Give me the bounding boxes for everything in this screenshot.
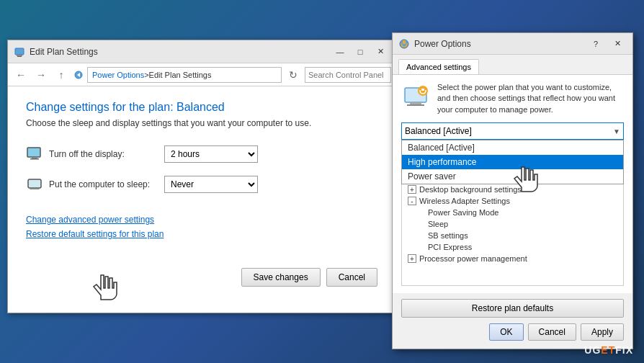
power-action-buttons: OK Cancel Apply xyxy=(401,323,624,341)
power-close-button[interactable]: ✕ xyxy=(608,36,627,52)
tree-item-sleep[interactable]: Sleep xyxy=(402,218,623,230)
sleep-icon xyxy=(26,176,43,193)
power-titlebar: Power Options ? ✕ xyxy=(393,33,632,55)
sleep-label: Put the computer to sleep: xyxy=(26,176,156,193)
plan-dropdown-list[interactable]: Balanced [Active] High performance Power… xyxy=(401,140,624,184)
display-label: Turn off the display: xyxy=(26,145,156,163)
bottom-buttons: Save changes Cancel xyxy=(26,268,377,287)
power-cancel-button[interactable]: Cancel xyxy=(528,323,576,341)
watermark-et: ET xyxy=(601,344,615,356)
processor-expand-icon[interactable]: + xyxy=(408,254,416,263)
wireless-expand-icon[interactable]: - xyxy=(408,197,416,205)
cancel-button[interactable]: Cancel xyxy=(326,268,377,287)
display-label-text: Turn off the display: xyxy=(49,149,125,159)
svg-rect-8 xyxy=(30,188,40,189)
display-setting-row: Turn off the display: 2 hours xyxy=(26,145,377,163)
back-button[interactable]: ← xyxy=(12,66,30,84)
plan-subtitle: Choose the sleep and display settings th… xyxy=(26,118,377,128)
power-customize-icon xyxy=(401,82,430,111)
pci-label: PCI Express xyxy=(428,243,472,251)
edit-plan-path: Edit Plan Settings xyxy=(149,71,212,79)
svg-rect-7 xyxy=(28,179,41,188)
power-options-link[interactable]: Power Options xyxy=(92,71,144,79)
minimize-button[interactable]: — xyxy=(331,44,349,60)
processor-label: Processor power management xyxy=(419,254,527,263)
titlebar-left: Edit Plan Settings xyxy=(14,46,98,58)
plan-option-high-performance[interactable]: High performance xyxy=(402,155,623,169)
watermark-ug: UG xyxy=(584,344,601,356)
search-input[interactable] xyxy=(305,67,391,83)
svg-rect-6 xyxy=(30,158,39,160)
sleep-label-text: Put the computer to sleep: xyxy=(49,179,150,189)
power-options-icon xyxy=(398,38,410,50)
display-dropdown[interactable]: 2 hours xyxy=(164,145,258,163)
forward-button[interactable]: → xyxy=(32,66,50,84)
save-changes-button[interactable]: Save changes xyxy=(241,268,321,287)
desktop-bg-label: Desktop background settings xyxy=(419,185,522,194)
monitor-icon xyxy=(26,145,43,163)
power-options-content: Select the power plan that you want to c… xyxy=(393,74,632,293)
advanced-settings-tab[interactable]: Advanced settings xyxy=(398,59,479,74)
advanced-settings-link[interactable]: Change advanced power settings xyxy=(26,215,377,225)
restore-plan-defaults-button[interactable]: Restore plan defaults xyxy=(401,299,624,318)
up-button[interactable]: ↑ xyxy=(53,66,70,84)
svg-rect-0 xyxy=(15,48,24,55)
edit-plan-content: Change settings for the plan: Balanced C… xyxy=(8,86,395,313)
tree-item-pci[interactable]: PCI Express xyxy=(402,241,623,253)
plan-dropdown[interactable]: Balanced [Active] ▼ xyxy=(401,122,624,140)
svg-rect-11 xyxy=(410,102,421,104)
dropdown-arrow-icon: ▼ xyxy=(613,127,620,135)
power-options-title: Power Options xyxy=(414,39,471,49)
svg-rect-4 xyxy=(27,148,40,157)
edit-plan-window: Edit Plan Settings — □ ✕ ← → ↑ Power Opt… xyxy=(7,40,396,313)
watermark-fix: FIX xyxy=(615,344,633,356)
address-icon xyxy=(73,69,84,81)
restore-defaults-link[interactable]: Restore default settings for this plan xyxy=(26,229,377,239)
svg-rect-5 xyxy=(32,157,37,158)
plan-dropdown-container: Balanced [Active] ▼ Balanced [Active] Hi… xyxy=(401,122,624,140)
edit-plan-title: Edit Plan Settings xyxy=(30,47,98,57)
tree-item-wireless[interactable]: - Wireless Adapter Settings xyxy=(402,195,623,207)
power-controls: ? ✕ xyxy=(586,36,627,52)
power-options-window: Power Options ? ✕ Advanced settings Sele xyxy=(392,32,633,349)
ok-button[interactable]: OK xyxy=(489,323,523,341)
edit-plan-window-icon xyxy=(14,46,25,58)
help-button[interactable]: ? xyxy=(586,36,605,52)
close-button[interactable]: ✕ xyxy=(371,44,390,60)
tree-item-processor[interactable]: + Processor power management xyxy=(402,253,623,264)
power-bottom: Restore plan defaults OK Cancel Apply xyxy=(393,293,632,346)
wireless-label: Wireless Adapter Settings xyxy=(419,197,510,205)
plan-option-power-saver[interactable]: Power saver xyxy=(402,169,623,184)
selected-plan: Balanced [Active] xyxy=(405,126,472,136)
sleep-setting-row: Put the computer to sleep: Never xyxy=(26,176,377,193)
tree-item-sb-settings[interactable]: SB settings xyxy=(402,230,623,241)
tab-bar: Advanced settings xyxy=(393,55,632,74)
sb-settings-label: SB settings xyxy=(428,231,468,240)
plan-heading: Change settings for the plan: Balanced xyxy=(26,101,377,114)
power-title-left: Power Options xyxy=(398,38,471,50)
svg-rect-2 xyxy=(17,56,22,57)
watermark: UGETFIX xyxy=(584,344,633,356)
address-path[interactable]: Power Options > Edit Plan Settings xyxy=(87,67,282,83)
sleep-dropdown[interactable]: Never xyxy=(164,176,258,193)
edit-plan-titlebar: Edit Plan Settings — □ ✕ xyxy=(8,40,395,63)
sleep-tree-label: Sleep xyxy=(428,220,448,228)
tree-item-power-saving[interactable]: Power Saving Mode xyxy=(402,207,623,218)
power-description: Select the power plan that you want to c… xyxy=(401,82,624,115)
power-saving-label: Power Saving Mode xyxy=(428,208,498,217)
apply-button[interactable]: Apply xyxy=(581,323,624,341)
svg-rect-1 xyxy=(17,55,22,56)
tree-item-desktop-bg[interactable]: + Desktop background settings xyxy=(402,184,623,195)
power-desc-text: Select the power plan that you want to c… xyxy=(437,82,624,115)
desktop-bg-expand-icon[interactable]: + xyxy=(408,185,416,194)
svg-rect-12 xyxy=(407,104,424,106)
links-section: Change advanced power settings Restore d… xyxy=(26,215,377,239)
address-bar: ← → ↑ Power Options > Edit Plan Settings… xyxy=(8,63,395,86)
maximize-button[interactable]: □ xyxy=(351,44,370,60)
titlebar-controls: — □ ✕ xyxy=(331,44,390,60)
refresh-button[interactable]: ↻ xyxy=(285,66,302,84)
plan-option-balanced[interactable]: Balanced [Active] xyxy=(402,140,623,155)
